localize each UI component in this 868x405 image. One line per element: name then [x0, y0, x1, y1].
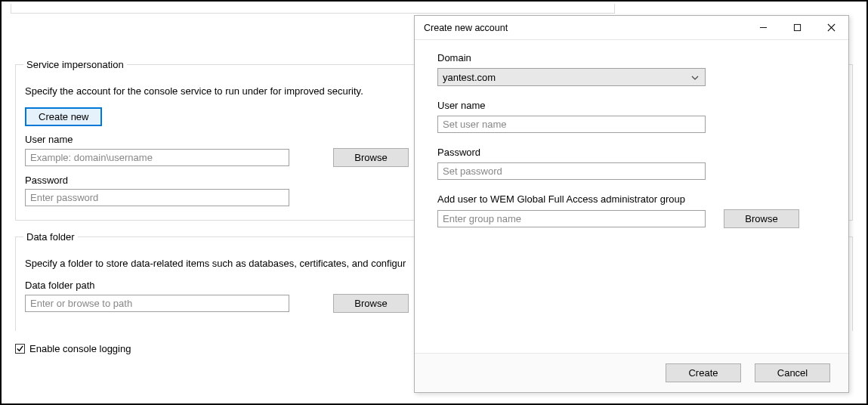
- password-input[interactable]: [25, 189, 289, 206]
- dialog-domain-select[interactable]: yantest.com: [437, 68, 706, 86]
- chevron-down-icon: [691, 74, 699, 82]
- dialog-username-input[interactable]: [437, 116, 706, 133]
- username-input[interactable]: [25, 149, 289, 166]
- data-folder-legend: Data folder: [23, 231, 78, 243]
- dialog-username-label: User name: [437, 100, 826, 111]
- svg-rect-1: [794, 24, 800, 30]
- dialog-domain-value: yantest.com: [443, 72, 496, 83]
- username-browse-button[interactable]: Browse: [333, 148, 409, 167]
- enable-console-logging-label: Enable console logging: [29, 343, 131, 354]
- minimize-icon: [759, 23, 768, 32]
- dialog-cancel-button[interactable]: Cancel: [755, 363, 830, 382]
- dialog-password-label: Password: [437, 147, 826, 158]
- dialog-domain-label: Domain: [437, 52, 826, 63]
- dialog-group-label: Add user to WEM Global Full Access admin…: [437, 193, 826, 205]
- dialog-title: Create new account: [424, 23, 746, 33]
- data-folder-path-input[interactable]: [25, 295, 289, 312]
- dialog-create-button[interactable]: Create: [666, 363, 741, 382]
- maximize-icon: [793, 23, 802, 32]
- service-impersonation-legend: Service impersonation: [23, 59, 127, 70]
- close-button[interactable]: [814, 16, 848, 40]
- checkbox-checked-icon[interactable]: [15, 344, 25, 354]
- data-folder-browse-button[interactable]: Browse: [333, 294, 409, 313]
- dialog-footer: Create Cancel: [415, 353, 848, 392]
- dialog-password-input[interactable]: [437, 162, 706, 180]
- maximize-button[interactable]: [780, 16, 814, 40]
- minimize-button[interactable]: [746, 16, 780, 40]
- dialog-titlebar[interactable]: Create new account: [415, 16, 848, 40]
- create-new-button[interactable]: Create new: [25, 107, 102, 126]
- dialog-group-browse-button[interactable]: Browse: [724, 209, 799, 228]
- create-new-account-dialog: Create new account Domain yantest.com Us…: [414, 15, 849, 393]
- close-icon: [827, 23, 836, 32]
- top-groupbox-remnant: [11, 4, 615, 14]
- dialog-group-input[interactable]: [437, 210, 706, 227]
